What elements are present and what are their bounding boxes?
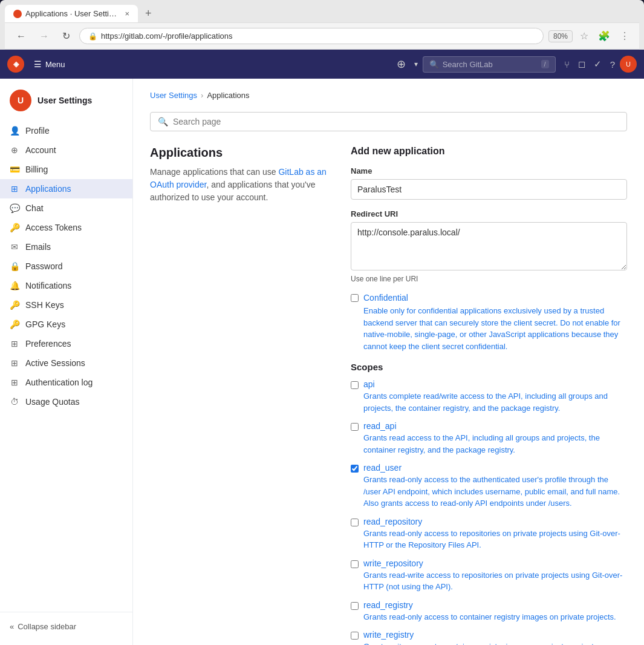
section-description: Manage applications that can use GitLab … xyxy=(150,166,331,204)
sidebar-item-label-notifications: Notifications xyxy=(25,281,71,290)
scope-checkbox-write_repository[interactable] xyxy=(351,560,359,568)
scope-item-read_repository: read_repositoryGrants read-only access t… xyxy=(351,517,627,551)
sidebar-item-preferences[interactable]: ⊞Preferences xyxy=(0,334,132,353)
sidebar-item-chat[interactable]: 💬Chat xyxy=(0,198,132,218)
billing-icon: 💳 xyxy=(10,165,19,174)
redirect-uri-input[interactable]: http://console.paralus.local/ xyxy=(351,222,627,270)
sidebar-nav: 👤Profile⊕Account💳Billing⊞Applications💬Ch… xyxy=(0,121,132,612)
browser-menu-button[interactable]: ⋮ xyxy=(617,28,632,44)
scope-item-read_api: read_apiGrants read access to the API, i… xyxy=(351,421,627,456)
sidebar-item-gpg-keys[interactable]: 🔑GPG Keys xyxy=(0,315,132,334)
redirect-uri-hint: Use one line per URI xyxy=(351,275,627,283)
scope-item-api: apiGrants complete read/write access to … xyxy=(351,379,627,414)
todos-button[interactable]: ✓ xyxy=(590,55,605,73)
sidebar-item-label-account: Account xyxy=(25,145,56,155)
sidebar-item-ssh-keys[interactable]: 🔑SSH Keys xyxy=(0,295,132,315)
back-button[interactable]: ← xyxy=(12,28,30,44)
applications-icon: ⊞ xyxy=(10,184,19,194)
name-field-group: Name xyxy=(351,166,627,200)
tab-title: Applications · User Settin... xyxy=(25,9,119,18)
scope-desc-write_repository: Grants read-write access to repositories… xyxy=(363,569,627,593)
scope-desc-read_repository: Grants read-only access to repositories … xyxy=(363,528,627,551)
confidential-checkbox[interactable] xyxy=(351,294,359,302)
scope-checkbox-read_user[interactable] xyxy=(351,465,359,473)
scope-checkbox-write_registry[interactable] xyxy=(351,632,359,640)
scope-name-read_repository[interactable]: read_repository xyxy=(363,517,627,526)
sidebar-item-billing[interactable]: 💳Billing xyxy=(0,160,132,179)
page-title: Applications xyxy=(150,146,331,160)
form-title: Add new application xyxy=(351,146,627,157)
sidebar-item-applications[interactable]: ⊞Applications xyxy=(0,179,132,198)
help-button[interactable]: ? xyxy=(607,56,619,73)
sidebar-item-account[interactable]: ⊕Account xyxy=(0,140,132,160)
active-browser-tab[interactable]: Applications · User Settin... × xyxy=(5,5,138,22)
sidebar-item-label-chat: Chat xyxy=(25,203,44,213)
redirect-uri-field-group: Redirect URI http://console.paralus.loca… xyxy=(351,209,627,283)
sidebar-item-access-tokens[interactable]: 🔑Access Tokens xyxy=(0,218,132,237)
access-tokens-icon: 🔑 xyxy=(10,223,19,232)
search-page-input[interactable] xyxy=(173,117,619,126)
user-avatar-button[interactable]: U xyxy=(620,56,637,73)
active-sessions-icon: ⊞ xyxy=(10,358,19,368)
merge-requests-button[interactable]: ⑂ xyxy=(561,56,573,73)
collapse-sidebar-button[interactable]: « Collapse sidebar xyxy=(10,622,76,631)
scope-desc-api: Grants complete read/write access to the… xyxy=(363,390,627,414)
new-tab-button[interactable]: + xyxy=(140,5,157,22)
name-label: Name xyxy=(351,166,627,175)
sidebar-item-label-profile: Profile xyxy=(25,126,50,136)
search-bar[interactable]: 🔍 / xyxy=(423,56,556,73)
search-page-bar[interactable]: 🔍 xyxy=(150,112,627,131)
scope-name-read_user[interactable]: read_user xyxy=(363,463,627,473)
scope-name-api[interactable]: api xyxy=(363,379,627,389)
scope-checkbox-api[interactable] xyxy=(351,381,359,389)
sidebar-item-label-applications: Applications xyxy=(25,184,71,194)
sidebar-item-label-ssh-keys: SSH Keys xyxy=(25,300,64,310)
account-icon: ⊕ xyxy=(10,145,19,155)
sidebar-item-auth-log[interactable]: ⊞Authentication log xyxy=(0,373,132,392)
scope-checkbox-read_registry[interactable] xyxy=(351,602,359,610)
bookmark-button[interactable]: ☆ xyxy=(577,28,591,44)
zoom-level: 80% xyxy=(548,30,573,42)
sidebar-item-label-preferences: Preferences xyxy=(25,339,71,349)
sidebar-item-notifications[interactable]: 🔔Notifications xyxy=(0,276,132,295)
usage-quotas-icon: ⏱ xyxy=(10,397,19,407)
issues-button[interactable]: ◻ xyxy=(574,55,589,73)
refresh-button[interactable]: ↻ xyxy=(58,28,74,44)
gitlab-link[interactable]: GitLab as an OAuth provider xyxy=(150,167,327,189)
forward-button[interactable]: → xyxy=(35,28,53,44)
sidebar-item-emails[interactable]: ✉Emails xyxy=(0,237,132,257)
profile-icon: 👤 xyxy=(10,126,19,136)
extensions-button[interactable]: 🧩 xyxy=(596,28,613,44)
scopes-section: Scopes apiGrants complete read/write acc… xyxy=(351,362,627,645)
sidebar-item-active-sessions[interactable]: ⊞Active Sessions xyxy=(0,353,132,373)
scope-name-write_registry[interactable]: write_registry xyxy=(363,630,600,640)
sidebar-item-profile[interactable]: 👤Profile xyxy=(0,121,132,140)
tab-close-icon[interactable]: × xyxy=(125,9,129,18)
name-input[interactable] xyxy=(351,179,627,200)
scope-item-read_user: read_userGrants read-only access to the … xyxy=(351,463,627,509)
scope-desc-read_user: Grants read-only access to the authentic… xyxy=(363,474,627,509)
scope-checkbox-read_api[interactable] xyxy=(351,423,359,431)
notifications-icon: 🔔 xyxy=(10,281,19,290)
sidebar-user-title: User Settings xyxy=(37,96,92,105)
sidebar-item-label-emails: Emails xyxy=(25,242,51,252)
right-column: Add new application Name Redirect URI ht… xyxy=(351,146,627,645)
scope-name-read_api[interactable]: read_api xyxy=(363,421,627,431)
create-button[interactable]: ⊕ xyxy=(393,55,409,73)
menu-button[interactable]: ☰ Menu xyxy=(29,56,70,73)
scope-checkbox-read_repository[interactable] xyxy=(351,519,359,526)
sidebar-item-password[interactable]: 🔒Password xyxy=(0,257,132,276)
sidebar-item-usage-quotas[interactable]: ⏱Usage Quotas xyxy=(0,392,132,411)
auth-log-icon: ⊞ xyxy=(10,378,19,387)
sidebar-item-label-billing: Billing xyxy=(25,165,48,174)
scopes-title: Scopes xyxy=(351,362,627,372)
create-dropdown-button[interactable]: ▾ xyxy=(414,60,418,68)
sidebar-item-label-access-tokens: Access Tokens xyxy=(25,223,82,232)
confidential-label[interactable]: Confidential xyxy=(363,293,408,303)
scope-name-read_registry[interactable]: read_registry xyxy=(363,600,616,610)
search-input[interactable] xyxy=(443,60,538,69)
scope-name-write_repository[interactable]: write_repository xyxy=(363,558,627,568)
breadcrumb-parent-link[interactable]: User Settings xyxy=(150,91,197,100)
sidebar-item-label-gpg-keys: GPG Keys xyxy=(25,319,65,329)
scopes-list: apiGrants complete read/write access to … xyxy=(351,379,627,645)
